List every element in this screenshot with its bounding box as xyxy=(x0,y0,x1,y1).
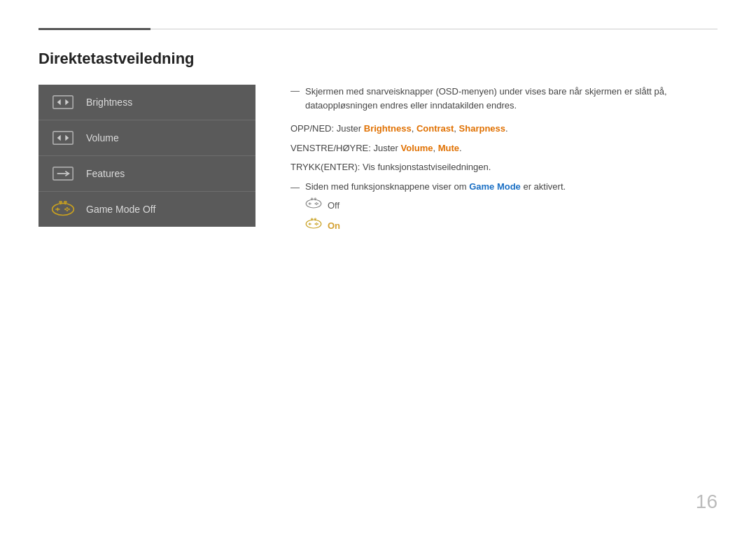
desc-note-1: — Skjermen med snarveisknapper (OSD-meny… xyxy=(290,85,718,112)
svg-marker-5 xyxy=(65,135,69,141)
svg-point-11 xyxy=(68,209,70,211)
gamemode-label: Game Mode Off xyxy=(86,204,155,215)
sharpness-highlight: Sharpness xyxy=(459,123,505,134)
page-number: 16 xyxy=(696,491,718,513)
game-mode-note-prefix: Siden med funksjonsknappene viser om xyxy=(305,181,469,192)
top-rule xyxy=(38,28,718,30)
svg-point-22 xyxy=(317,203,318,204)
comma-3: , xyxy=(433,143,438,153)
svg-point-28 xyxy=(314,197,316,199)
svg-point-32 xyxy=(316,222,317,223)
arrows-horizontal-icon xyxy=(51,93,75,111)
brightness-label: Brightness xyxy=(86,97,132,108)
note-1-text: Skjermen med snarveisknapper (OSD-menyen… xyxy=(305,85,718,112)
period-1: . xyxy=(505,123,508,134)
svg-point-13 xyxy=(64,209,66,211)
period-2: . xyxy=(459,143,462,153)
volume-highlight: Volume xyxy=(400,143,433,153)
game-mode-highlight: Game Mode xyxy=(469,181,521,192)
svg-rect-9 xyxy=(55,209,60,210)
svg-rect-0 xyxy=(53,96,73,108)
svg-rect-20 xyxy=(308,203,312,204)
osd-item-gamemode: Game Mode Off xyxy=(38,192,255,227)
svg-point-23 xyxy=(316,204,317,205)
svg-marker-4 xyxy=(57,135,61,141)
controller-on-icon xyxy=(305,218,322,234)
svg-marker-2 xyxy=(65,99,69,105)
opp-ned-line: OPP/NED: Juster Brightness, Contrast, Sh… xyxy=(290,122,718,136)
game-mode-items: Off xyxy=(305,197,566,234)
dash-icon-1: — xyxy=(290,85,300,96)
contrast-highlight: Contrast xyxy=(416,123,454,134)
trykk-line: TRYKK(ENTER): Vis funksjonstastviseiledn… xyxy=(290,160,718,174)
description-panel: — Skjermen med snarveisknapper (OSD-meny… xyxy=(290,85,718,238)
game-mode-off-item: Off xyxy=(305,197,566,213)
svg-marker-1 xyxy=(57,99,61,105)
opp-ned-prefix: OPP/NED: Juster xyxy=(290,123,364,134)
main-content: Brightness Volume xyxy=(38,85,718,238)
game-mode-section: — Siden med funksjonsknappene viser om G… xyxy=(290,181,718,238)
game-mode-note-suffix: er aktivert. xyxy=(521,181,566,192)
svg-point-39 xyxy=(314,218,316,219)
svg-point-27 xyxy=(311,197,312,199)
volume-label: Volume xyxy=(86,132,119,143)
controller-off-icon xyxy=(305,197,322,213)
svg-point-38 xyxy=(311,218,312,219)
osd-item-volume: Volume xyxy=(38,120,255,156)
svg-point-21 xyxy=(316,202,317,203)
svg-rect-3 xyxy=(53,132,73,144)
svg-point-24 xyxy=(315,203,316,204)
trykk-text: TRYKK(ENTER): Vis funksjonstastviseiledn… xyxy=(290,162,491,172)
on-label: On xyxy=(328,220,340,231)
page-title: Direktetastveiledning xyxy=(38,50,718,68)
venstre-hoyre-line: VENSTRE/HØYRE: Juster Volume, Mute. xyxy=(290,141,718,155)
comma-2: , xyxy=(454,123,458,134)
svg-point-33 xyxy=(317,223,318,225)
svg-point-34 xyxy=(316,224,317,225)
osd-panel: Brightness Volume xyxy=(38,85,255,227)
game-mode-content: Siden med funksjonsknappene viser om Gam… xyxy=(305,181,566,238)
osd-item-brightness: Brightness xyxy=(38,85,255,120)
comma-1: , xyxy=(412,123,416,134)
features-label: Features xyxy=(86,168,125,179)
svg-rect-31 xyxy=(308,223,312,224)
osd-item-features: Features xyxy=(38,156,255,192)
svg-point-12 xyxy=(66,209,69,211)
svg-point-16 xyxy=(59,202,62,204)
game-mode-on-item: On xyxy=(305,218,566,234)
off-label: Off xyxy=(328,200,340,211)
svg-point-17 xyxy=(64,202,66,204)
svg-point-10 xyxy=(66,207,69,209)
controller-icon xyxy=(51,200,75,218)
mute-highlight: Mute xyxy=(438,143,459,153)
dash-icon-2: — xyxy=(290,182,300,192)
brightness-highlight: Brightness xyxy=(364,123,412,134)
venstre-prefix: VENSTRE/HØYRE: Juster xyxy=(290,143,400,153)
svg-point-35 xyxy=(315,223,316,225)
enter-arrow-icon xyxy=(51,164,75,183)
arrows-horizontal-icon-2 xyxy=(51,129,75,147)
